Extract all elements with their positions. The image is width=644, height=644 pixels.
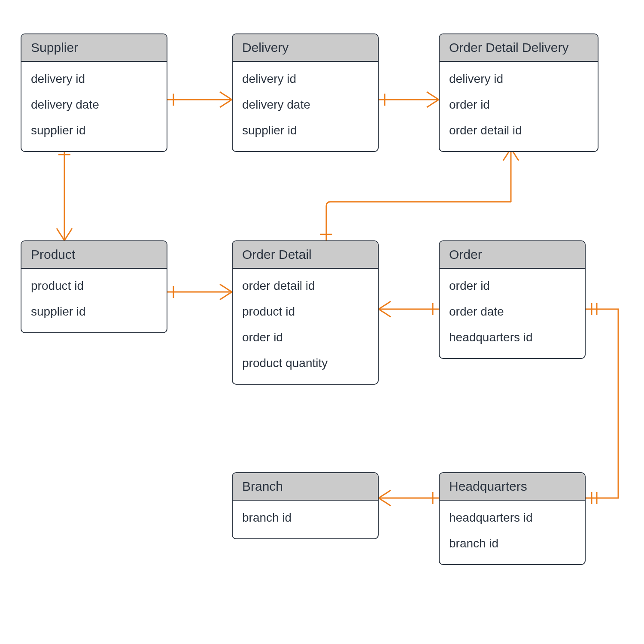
entity-header: Order Detail xyxy=(233,241,378,269)
entity-body: order id order date headquarters id xyxy=(440,269,585,358)
svg-line-11 xyxy=(64,228,72,240)
entity-header: Delivery xyxy=(233,34,378,62)
attribute: order detail id xyxy=(449,118,588,143)
entity-delivery[interactable]: Delivery delivery id delivery date suppl… xyxy=(232,33,379,152)
entity-header: Order Detail Delivery xyxy=(440,34,598,62)
entity-body: delivery id order id order detail id xyxy=(440,62,598,151)
attribute: headquarters id xyxy=(449,505,575,531)
entity-body: branch id xyxy=(233,501,378,538)
svg-line-15 xyxy=(220,292,232,300)
entity-header: Branch xyxy=(233,473,378,501)
attribute: product quantity xyxy=(242,350,368,376)
attribute: order date xyxy=(449,299,575,325)
entity-supplier[interactable]: Supplier delivery id delivery date suppl… xyxy=(21,33,167,152)
entity-body: headquarters id branch id xyxy=(440,501,585,564)
entity-header: Supplier xyxy=(21,34,167,62)
entity-branch[interactable]: Branch branch id xyxy=(232,472,379,539)
attribute: product id xyxy=(242,299,368,325)
attribute: delivery id xyxy=(242,66,368,92)
svg-line-14 xyxy=(220,284,232,292)
attribute: supplier id xyxy=(242,118,368,143)
er-diagram-canvas: { "entities": { "supplier": { "title": "… xyxy=(0,0,644,644)
attribute: product id xyxy=(31,273,157,299)
entity-order-detail-delivery[interactable]: Order Detail Delivery delivery id order … xyxy=(439,33,598,152)
attribute: order detail id xyxy=(242,273,368,299)
entity-order-detail[interactable]: Order Detail order detail id product id … xyxy=(232,240,379,385)
entity-header: Headquarters xyxy=(440,473,585,501)
entity-body: product id supplier id xyxy=(21,269,167,332)
entity-body: delivery id delivery date supplier id xyxy=(233,62,378,151)
entity-product[interactable]: Product product id supplier id xyxy=(21,240,167,333)
attribute: order id xyxy=(242,325,368,350)
svg-line-17 xyxy=(379,301,391,309)
attribute: delivery id xyxy=(449,66,588,92)
entity-header: Product xyxy=(21,241,167,269)
svg-line-10 xyxy=(57,228,64,240)
attribute: delivery id xyxy=(31,66,157,92)
entity-headquarters[interactable]: Headquarters headquarters id branch id xyxy=(439,472,586,565)
entity-body: delivery id delivery date supplier id xyxy=(21,62,167,151)
svg-line-26 xyxy=(379,498,391,506)
attribute: branch id xyxy=(449,531,575,556)
attribute: headquarters id xyxy=(449,325,575,350)
attribute: supplier id xyxy=(31,299,157,325)
entity-order[interactable]: Order order id order date headquarters i… xyxy=(439,240,586,359)
attribute: delivery date xyxy=(242,92,368,118)
svg-line-18 xyxy=(379,309,391,317)
svg-line-2 xyxy=(220,92,232,100)
attribute: delivery date xyxy=(31,92,157,118)
attribute: order id xyxy=(449,92,588,118)
entity-body: order detail id product id order id prod… xyxy=(233,269,378,384)
attribute: supplier id xyxy=(31,118,157,143)
svg-line-6 xyxy=(427,92,439,100)
svg-line-7 xyxy=(427,100,439,107)
attribute: branch id xyxy=(242,505,368,531)
entity-header: Order xyxy=(440,241,585,269)
svg-line-25 xyxy=(379,490,391,498)
attribute: order id xyxy=(449,273,575,299)
svg-line-3 xyxy=(220,100,232,107)
